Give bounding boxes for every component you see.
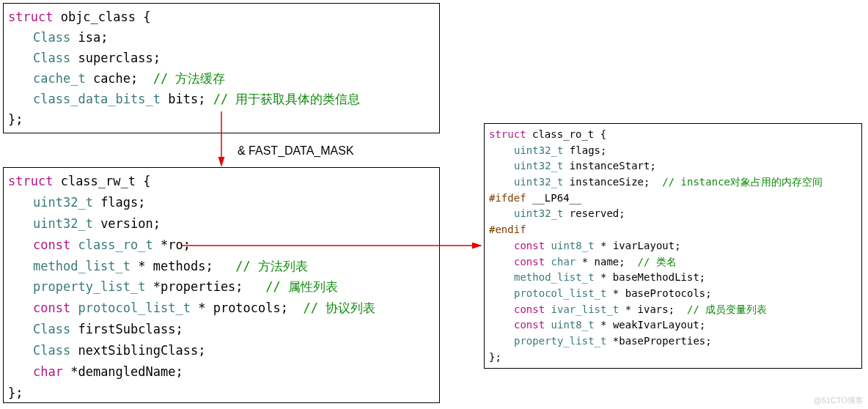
id: * ivars; [619, 303, 687, 315]
ty: cache_t [33, 71, 86, 86]
comment: // instance对象占用的内存空间 [662, 176, 823, 188]
kw: char [33, 364, 63, 379]
ty: protocol_list_t [78, 301, 191, 315]
id: firstSubclass; [70, 322, 183, 336]
watermark: @51CTO博客 [814, 395, 864, 406]
kw: const [514, 256, 551, 268]
ty: Class [33, 51, 70, 65]
preproc: #ifdef [489, 192, 526, 204]
id: instanceSize; [563, 176, 662, 188]
ty: Class [33, 30, 70, 45]
ty: property_list_t [514, 335, 606, 347]
id: superclass; [70, 51, 161, 65]
kw: const [514, 240, 551, 251]
kw-struct: struct [8, 174, 53, 188]
ty: uint32_t [514, 144, 563, 156]
id: * ivarLayout; [595, 240, 681, 251]
objc-class-box: struct objc_class { Class isa;Class supe… [3, 3, 440, 133]
class-ro-t-box: struct class_ro_t { uint32_t flags;uint3… [484, 123, 862, 369]
ty: uint32_t [514, 160, 563, 172]
kw: const [514, 303, 551, 315]
id: *ro; [153, 237, 191, 252]
id: version; [93, 216, 161, 231]
id: *baseProperties; [606, 335, 711, 347]
ty: class_ro_t [78, 237, 152, 252]
comment: // 协议列表 [303, 301, 375, 315]
id: *properties; [146, 279, 266, 294]
kw: const [33, 237, 78, 252]
id: reserved; [563, 207, 625, 219]
id: * protocols; [191, 301, 304, 315]
ty: protocol_list_t [514, 287, 606, 299]
id: flags; [563, 144, 606, 156]
comment: // 方法缓存 [153, 71, 226, 86]
ty: Class [33, 343, 70, 358]
id: class_ro_t { [526, 128, 607, 140]
ty: uint8_t [551, 319, 595, 331]
class-rw-t-box: struct class_rw_t { uint32_t flags;uint3… [3, 167, 440, 403]
mask-label: & FAST_DATA_MASK [238, 144, 354, 158]
ty: uint32_t [33, 195, 93, 210]
ty: uint32_t [33, 216, 93, 231]
ty: method_list_t [33, 259, 130, 273]
id: instanceStart; [563, 160, 655, 172]
id: cache; [86, 71, 153, 86]
id: }; [489, 351, 501, 363]
kw-struct: struct [8, 10, 53, 24]
id: isa; [70, 30, 108, 45]
ty: Class [33, 322, 70, 336]
id: * baseMethodList; [595, 271, 706, 283]
comment: // 类名 [638, 256, 677, 268]
preproc: #endif [489, 224, 526, 235]
ty: uint8_t [551, 240, 595, 251]
id: * weakIvarLayout; [595, 319, 706, 331]
kw: const [514, 319, 551, 331]
id: class_rw_t { [53, 174, 150, 188]
ty: property_list_t [33, 279, 146, 294]
id: flags; [93, 195, 146, 210]
id: * methods; [130, 259, 235, 273]
ty: method_list_t [514, 271, 595, 283]
comment: // 成员变量列表 [687, 303, 767, 315]
id: }; [8, 386, 23, 400]
ty: uint32_t [514, 207, 563, 219]
id: bits; [161, 92, 213, 106]
comment: // 用于获取具体的类信息 [213, 92, 361, 106]
id: * baseProtocols; [606, 287, 711, 299]
kw-struct: struct [489, 128, 526, 140]
ty: char [551, 256, 576, 268]
id: nextSiblingClass; [70, 343, 205, 358]
id: __LP64__ [526, 192, 582, 204]
comment: // 方法列表 [235, 259, 308, 273]
kw: const [33, 301, 78, 315]
ty: uint32_t [514, 176, 563, 188]
id: }; [8, 112, 23, 127]
id: objc_class { [53, 10, 150, 24]
id: * name; [575, 256, 637, 268]
comment: // 属性列表 [265, 279, 338, 294]
ty: ivar_list_t [551, 303, 619, 315]
ty: class_data_bits_t [33, 92, 161, 106]
id: *demangledName; [63, 364, 183, 379]
